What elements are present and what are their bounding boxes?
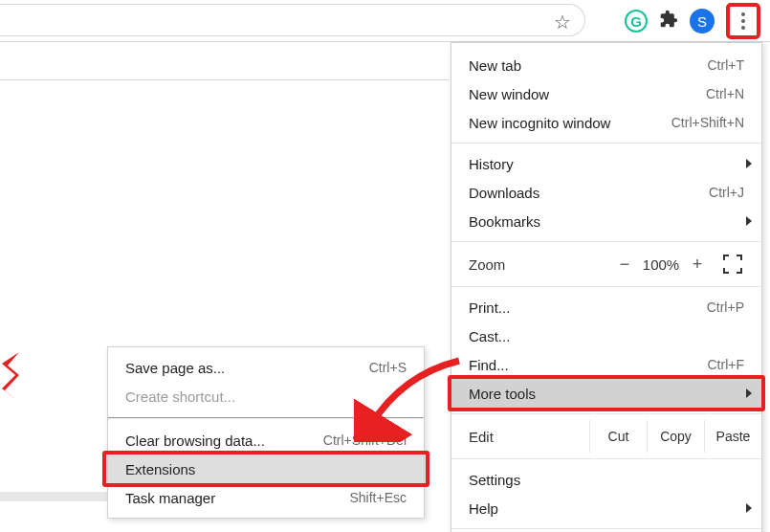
submenu-arrow-icon <box>746 388 752 398</box>
more-tools-submenu: Save page as...Ctrl+S Create shortcut...… <box>107 346 425 519</box>
submenu-arrow-icon <box>746 503 752 513</box>
submenu-arrow-icon <box>746 216 752 226</box>
menu-item-history[interactable]: History <box>451 149 761 178</box>
submenu-arrow-icon <box>746 159 752 168</box>
profile-avatar[interactable]: S <box>690 9 715 33</box>
submenu-item-task-manager[interactable]: Task managerShift+Esc <box>108 483 424 512</box>
menu-item-bookmarks[interactable]: Bookmarks <box>451 207 761 235</box>
more-menu-highlight <box>726 3 760 39</box>
menu-item-downloads[interactable]: DownloadsCtrl+J <box>451 178 761 207</box>
submenu-item-save-page-as[interactable]: Save page as...Ctrl+S <box>108 353 424 382</box>
main-menu: New tabCtrl+T New windowCtrl+N New incog… <box>451 42 762 532</box>
submenu-item-clear-browsing-data[interactable]: Clear browsing data...Ctrl+Shift+Del <box>108 426 424 454</box>
menu-item-more-tools[interactable]: More tools <box>451 379 761 408</box>
edit-copy-button[interactable]: Copy <box>647 420 704 453</box>
submenu-item-create-shortcut: Create shortcut... <box>108 382 424 410</box>
extensions-puzzle-icon[interactable] <box>659 10 678 33</box>
submenu-item-extensions[interactable]: Extensions <box>108 454 424 483</box>
menu-item-new-window[interactable]: New windowCtrl+N <box>451 79 761 108</box>
menu-item-help[interactable]: Help <box>451 494 761 522</box>
address-bar[interactable]: ☆ <box>0 4 585 36</box>
bookmark-star-icon[interactable]: ☆ <box>554 11 571 33</box>
menu-item-edit-row: Edit Cut Copy Paste <box>451 420 761 453</box>
menu-item-find[interactable]: Find...Ctrl+F <box>451 350 761 379</box>
edit-cut-button[interactable]: Cut <box>589 420 647 453</box>
menu-item-zoom: Zoom − 100% + <box>451 248 761 280</box>
menu-item-new-tab[interactable]: New tabCtrl+T <box>451 51 761 79</box>
browser-toolbar: ☆ G S <box>0 0 770 42</box>
zoom-out-button[interactable]: − <box>612 255 637 275</box>
fullscreen-icon[interactable] <box>723 255 742 274</box>
grammarly-extension-icon[interactable]: G <box>625 10 648 33</box>
zoom-in-button[interactable]: + <box>685 255 710 275</box>
menu-item-new-incognito[interactable]: New incognito windowCtrl+Shift+N <box>451 108 761 137</box>
page-decorative-shape <box>2 352 19 402</box>
menu-item-print[interactable]: Print...Ctrl+P <box>451 293 761 321</box>
edit-paste-button[interactable]: Paste <box>704 420 761 453</box>
zoom-value: 100% <box>637 256 685 273</box>
more-menu-button[interactable] <box>741 12 745 30</box>
menu-item-settings[interactable]: Settings <box>451 465 761 494</box>
menu-item-cast[interactable]: Cast... <box>451 321 761 350</box>
